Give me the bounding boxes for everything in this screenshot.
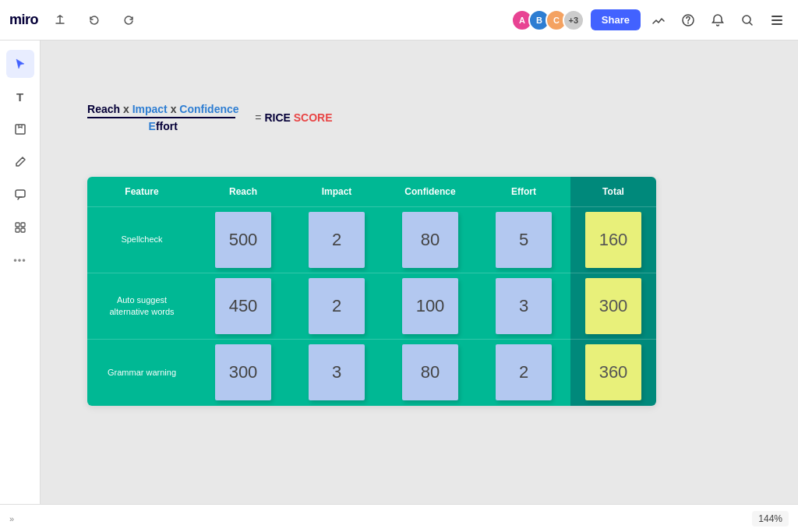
col-confidence: Confidence [383, 177, 477, 207]
sticky-note-reach[interactable]: 450 [215, 278, 271, 334]
rice-divider [87, 117, 235, 118]
menu-icon[interactable] [765, 9, 789, 32]
effort-cell: 5 [477, 207, 570, 273]
sticky-note-effort[interactable]: 5 [496, 212, 552, 268]
sticky-note-total[interactable]: 160 [585, 212, 641, 268]
feature-cell: Spellcheck [87, 207, 196, 273]
sticky-note-impact[interactable]: 3 [309, 344, 365, 400]
grid-tool[interactable] [6, 213, 34, 241]
search-icon[interactable] [736, 9, 759, 32]
col-total: Total [570, 177, 656, 207]
sticky-note-total[interactable]: 360 [585, 344, 641, 400]
zoom-level: 144% [752, 511, 789, 527]
svg-rect-2 [772, 16, 782, 17]
svg-rect-4 [772, 23, 782, 25]
rice-denominator: Effort [87, 120, 239, 132]
sticky-note-confidence[interactable]: 80 [402, 212, 458, 268]
col-reach: Reach [196, 177, 290, 207]
sticky-note-effort[interactable]: 3 [496, 278, 552, 334]
effort-cell: 3 [477, 273, 570, 340]
confidence-cell: 80 [383, 340, 477, 406]
col-impact: Impact [290, 177, 383, 207]
confidence-cell: 100 [383, 273, 477, 340]
reach-cell: 300 [196, 340, 290, 406]
analytics-icon[interactable] [647, 9, 670, 32]
left-sidebar: T ••• [0, 41, 41, 504]
help-icon[interactable] [676, 9, 700, 32]
bottom-bar: » 144% [0, 504, 798, 532]
miro-logo: miro [9, 12, 38, 28]
redo-button[interactable] [116, 8, 141, 33]
comment-tool[interactable] [6, 181, 34, 209]
expand-arrows: » [9, 514, 14, 523]
reach-cell: 500 [196, 207, 290, 273]
sticky-note-confidence[interactable]: 100 [402, 278, 458, 334]
canvas-area: Reach x Impact x Confidence Effort = RIC… [41, 41, 798, 504]
impact-cell: 3 [290, 340, 383, 406]
collaborator-avatars: A B C +3 [511, 9, 584, 31]
impact-cell: 2 [290, 273, 383, 340]
feature-cell: Auto suggest alternative words [87, 273, 196, 340]
text-tool[interactable]: T [6, 83, 34, 111]
svg-rect-9 [16, 228, 19, 232]
cursor-tool[interactable] [6, 50, 34, 78]
svg-rect-3 [772, 19, 782, 21]
rice-table: Feature Reach Impact Confidence Effort T… [87, 177, 656, 406]
sticky-note-effort[interactable]: 2 [496, 344, 552, 400]
svg-rect-6 [16, 190, 25, 197]
table-row: Grammar warning3003802360 [87, 340, 656, 406]
reach-cell: 450 [196, 273, 290, 340]
effort-cell: 2 [477, 340, 570, 406]
top-toolbar: miro A B C +3 Share [0, 0, 798, 41]
sticky-tool[interactable] [6, 115, 34, 143]
sticky-note-total[interactable]: 300 [585, 278, 641, 334]
rice-formula: Reach x Impact x Confidence Effort = RIC… [87, 103, 239, 133]
sticky-note-reach[interactable]: 300 [215, 344, 271, 400]
sticky-note-reach[interactable]: 500 [215, 212, 271, 268]
sticky-note-impact[interactable]: 2 [309, 278, 365, 334]
upload-button[interactable] [48, 8, 72, 33]
sticky-note-impact[interactable]: 2 [309, 212, 365, 268]
extra-collaborators: +3 [563, 9, 584, 31]
sticky-note-confidence[interactable]: 80 [402, 344, 458, 400]
svg-rect-5 [16, 125, 25, 134]
svg-rect-10 [21, 228, 25, 232]
expand-panel[interactable]: » [9, 514, 14, 523]
rice-equals: = RICE SCORE [255, 111, 332, 124]
rice-table-container: Feature Reach Impact Confidence Effort T… [87, 177, 656, 406]
notification-icon[interactable] [706, 9, 729, 32]
share-button[interactable]: Share [591, 9, 641, 30]
rice-numerator: Reach x Impact x Confidence [87, 103, 239, 115]
total-cell: 360 [570, 340, 656, 406]
total-cell: 300 [570, 273, 656, 340]
pen-tool[interactable] [6, 148, 34, 176]
svg-rect-8 [21, 223, 25, 227]
confidence-cell: 80 [383, 207, 477, 273]
table-row: Spellcheck5002805160 [87, 207, 656, 273]
svg-rect-7 [16, 223, 19, 227]
feature-cell: Grammar warning [87, 340, 196, 406]
more-tools[interactable]: ••• [6, 246, 34, 274]
col-feature: Feature [87, 177, 196, 207]
table-row: Auto suggest alternative words4502100330… [87, 273, 656, 340]
undo-button[interactable] [82, 8, 107, 33]
total-cell: 160 [570, 207, 656, 273]
col-effort: Effort [477, 177, 570, 207]
impact-cell: 2 [290, 207, 383, 273]
